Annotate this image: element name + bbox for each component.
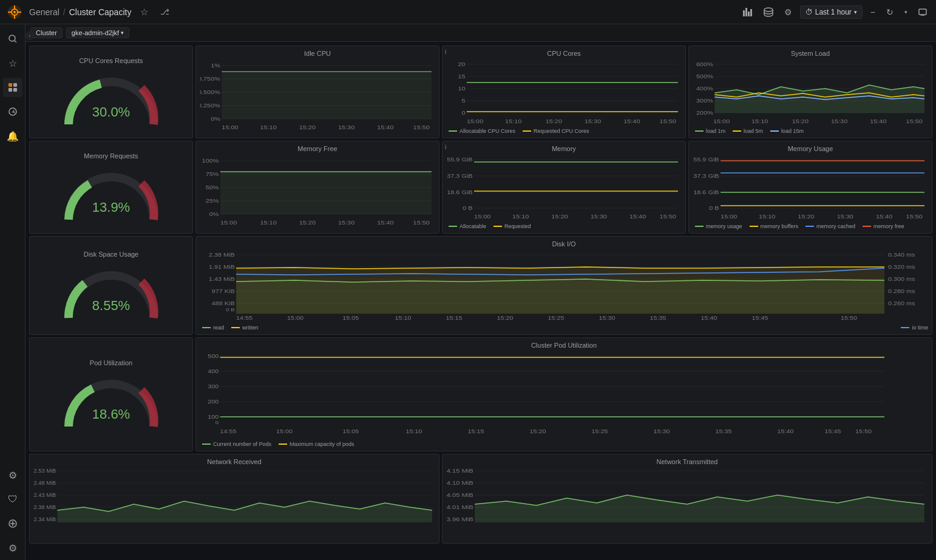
svg-text:488 KiB: 488 KiB: [212, 300, 235, 306]
sidebar: ☆ 🔔 ⚙ 🛡 ⚙: [0, 24, 25, 560]
memory-requests-gauge: 13.9%: [56, 162, 166, 223]
chart-type-button[interactable]: [740, 6, 756, 18]
cpu-cores-info-icon[interactable]: i: [445, 49, 446, 55]
svg-text:0.320 ms: 0.320 ms: [888, 264, 915, 270]
cpu-cores-gauge: 30.0%: [56, 67, 166, 127]
pod-utilization-title: Pod Utilization: [90, 359, 132, 366]
svg-text:1.43 MiB: 1.43 MiB: [209, 276, 235, 282]
svg-text:15:15: 15:15: [468, 428, 485, 434]
svg-text:15:30: 15:30: [338, 220, 355, 226]
svg-text:15:20: 15:20: [497, 315, 514, 321]
sidebar-toggle[interactable]: ›: [25, 32, 34, 40]
svg-text:15:40: 15:40: [870, 118, 887, 124]
zoom-out-button[interactable]: −: [867, 5, 878, 19]
svg-text:15:00: 15:00: [467, 118, 484, 124]
refresh-interval-button[interactable]: ▾: [901, 7, 911, 17]
svg-text:15:05: 15:05: [342, 428, 359, 434]
svg-text:15:00: 15:00: [222, 124, 239, 130]
memory-requests-panel: Memory Requests 13.9%: [29, 141, 193, 234]
svg-text:8.55%: 8.55%: [92, 298, 130, 313]
svg-text:15:00: 15:00: [220, 220, 237, 226]
sidebar-item-alerting[interactable]: 🔔: [3, 126, 22, 146]
memory-info-icon[interactable]: i: [445, 144, 446, 150]
filter-bar: Cluster gke-admin-d2jkf ▾: [25, 24, 936, 42]
svg-text:15:35: 15:35: [716, 428, 733, 434]
svg-rect-7: [743, 10, 745, 16]
refresh-button[interactable]: ↻: [883, 5, 897, 19]
svg-point-11: [764, 8, 773, 12]
legend-mem-cached: memory cached: [805, 223, 855, 229]
time-range-picker[interactable]: ⏱ Last 1 hour ▾: [800, 5, 863, 19]
svg-text:15:10: 15:10: [759, 214, 776, 220]
sidebar-item-explore[interactable]: [3, 102, 22, 121]
cpu-cores-title: CPU Cores: [446, 50, 682, 57]
sidebar-item-search[interactable]: [3, 29, 22, 49]
topbar: General / Cluster Capacity ☆ ⎇ ⚙ ⏱ Last …: [0, 0, 936, 24]
svg-text:15:40: 15:40: [623, 118, 640, 124]
svg-text:15:30: 15:30: [831, 118, 848, 124]
memory-free-panel: Memory Free 100% 75% 50% 25% 0% 15:00: [195, 141, 439, 234]
svg-text:15:10: 15:10: [395, 315, 412, 321]
legend-max-pods: Maximum capacity of pods: [279, 441, 354, 447]
svg-text:0.280 ms: 0.280 ms: [888, 288, 915, 294]
svg-text:2.38 MiB: 2.38 MiB: [34, 504, 56, 510]
svg-text:15:40: 15:40: [701, 315, 718, 321]
svg-text:15:30: 15:30: [591, 214, 608, 220]
network-transmitted-panel: Network Transmitted 4.15 MiB 4.10 MiB 4.…: [442, 454, 932, 544]
grafana-logo[interactable]: [6, 4, 23, 21]
svg-text:15:10: 15:10: [505, 118, 522, 124]
svg-text:15:00: 15:00: [474, 214, 491, 220]
svg-text:15:45: 15:45: [752, 315, 769, 321]
svg-text:0.750%: 0.750%: [200, 76, 220, 82]
topbar-actions: ⚙ ⏱ Last 1 hour ▾ − ↻ ▾: [740, 5, 930, 19]
dropdown-arrow-icon: ▾: [121, 30, 124, 36]
breadcrumb-home[interactable]: General: [29, 7, 59, 17]
system-load-panel: System Load 600% 500% 400% 300% 200%: [688, 46, 932, 138]
kiosk-button[interactable]: [915, 7, 930, 18]
svg-text:15:40: 15:40: [629, 214, 646, 220]
network-received-panel: Network Received 2.53 MiB 2.48 MiB 2.43 …: [29, 454, 439, 544]
svg-text:15:40: 15:40: [377, 220, 394, 226]
svg-text:0: 0: [215, 420, 219, 425]
cpu-cores-requests-title: CPU Cores Requests: [79, 57, 143, 64]
svg-text:15:10: 15:10: [260, 220, 277, 226]
svg-text:500%: 500%: [696, 73, 713, 79]
sidebar-item-dashboards[interactable]: [3, 78, 22, 97]
svg-text:15:10: 15:10: [406, 428, 423, 434]
svg-text:4.05 MiB: 4.05 MiB: [447, 492, 473, 498]
svg-point-15: [9, 35, 15, 41]
svg-text:4.15 MiB: 4.15 MiB: [447, 468, 473, 474]
share-button[interactable]: ⎇: [157, 5, 172, 18]
db-button[interactable]: [761, 5, 776, 19]
sidebar-item-starred[interactable]: ☆: [3, 53, 22, 73]
svg-text:55.9 GiB: 55.9 GiB: [447, 157, 473, 163]
svg-text:0.250%: 0.250%: [200, 103, 220, 109]
cluster-dropdown[interactable]: gke-admin-d2jkf ▾: [66, 27, 129, 38]
star-button[interactable]: ☆: [137, 5, 151, 19]
svg-text:15:20: 15:20: [299, 124, 316, 130]
sidebar-item-profile[interactable]: ⚙: [3, 538, 22, 558]
sidebar-item-plugins[interactable]: [3, 514, 22, 533]
legend-mem-buffers: memory buffers: [750, 223, 798, 229]
svg-text:25%: 25%: [206, 198, 219, 204]
sidebar-item-shield[interactable]: 🛡: [3, 490, 22, 509]
disk-io-title: Disk I/O: [200, 240, 928, 248]
svg-text:55.9 GiB: 55.9 GiB: [693, 157, 719, 163]
svg-text:15:30: 15:30: [338, 124, 355, 130]
svg-text:15:25: 15:25: [548, 315, 565, 321]
legend-allocatable-mem: Allocatable: [449, 223, 486, 229]
memory-usage-legend: memory usage memory buffers memory cache…: [693, 223, 928, 229]
svg-text:15:00: 15:00: [287, 315, 304, 321]
cpu-cores-legend: Allocatable CPU Cores Requested CPU Core…: [446, 128, 682, 134]
breadcrumb-separator: /: [63, 7, 66, 17]
gear-button[interactable]: ⚙: [781, 5, 795, 19]
svg-text:500: 500: [208, 353, 219, 359]
svg-text:15:45: 15:45: [825, 428, 842, 434]
svg-text:15:40: 15:40: [778, 428, 795, 434]
clock-icon: ⏱: [805, 8, 813, 16]
sidebar-item-config[interactable]: ⚙: [3, 465, 22, 485]
svg-text:30.0%: 30.0%: [92, 104, 130, 120]
svg-rect-17: [8, 83, 12, 87]
svg-marker-22: [12, 110, 15, 113]
svg-marker-37: [222, 72, 432, 119]
